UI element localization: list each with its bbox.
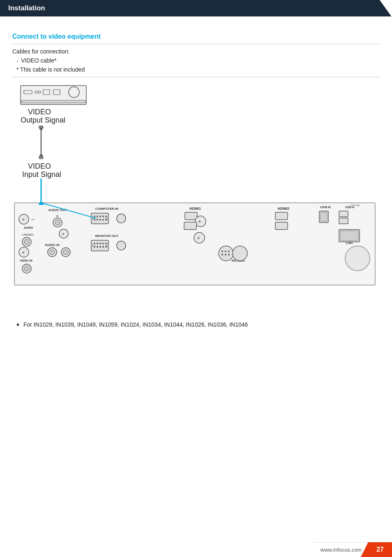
bullet-text-1: VIDEO cable* — [21, 57, 56, 64]
svg-point-56 — [94, 243, 95, 244]
svg-point-41 — [94, 216, 95, 217]
svg-point-68 — [117, 241, 126, 250]
svg-text:+: + — [62, 231, 65, 237]
svg-text:VIDEO IN: VIDEO IN — [20, 259, 32, 262]
svg-point-62 — [97, 246, 98, 248]
svg-point-81 — [228, 251, 230, 252]
svg-point-64 — [102, 246, 104, 248]
svg-point-33 — [24, 266, 29, 271]
svg-point-45 — [105, 216, 107, 217]
svg-point-22 — [55, 220, 60, 225]
svg-point-66 — [91, 244, 93, 247]
svg-text:R: R — [56, 214, 59, 218]
svg-point-53 — [117, 214, 126, 223]
svg-rect-87 — [275, 212, 288, 220]
svg-rect-40 — [91, 213, 108, 224]
svg-point-84 — [228, 254, 230, 255]
video-output-label-1: VIDEO — [28, 108, 51, 116]
svg-rect-98 — [340, 231, 358, 241]
svg-point-85 — [233, 246, 247, 261]
svg-rect-11 — [40, 155, 42, 156]
svg-point-60 — [105, 243, 107, 244]
footer: www.infocus.com 27 — [0, 542, 392, 557]
svg-rect-71 — [185, 212, 197, 220]
svg-point-57 — [97, 243, 98, 244]
svg-rect-74 — [184, 222, 196, 230]
svg-point-61 — [94, 246, 95, 248]
svg-point-46 — [94, 219, 95, 220]
svg-rect-55 — [91, 240, 108, 251]
svg-text:←: ← — [30, 216, 36, 223]
svg-text:+: + — [22, 249, 25, 255]
diagram-svg: VIDEO Output Signal VIDEO Input Signal — [12, 81, 378, 304]
section-title: Connect to video equipment — [12, 33, 380, 40]
header-bar: Installation — [0, 0, 392, 16]
svg-point-48 — [99, 219, 101, 220]
svg-point-36 — [50, 250, 55, 255]
divider-top — [12, 44, 380, 44]
video-output-label-2: Output Signal — [21, 116, 65, 124]
svg-text:+: + — [198, 218, 201, 225]
page-title: Installation — [8, 4, 45, 12]
svg-point-63 — [99, 246, 101, 248]
svg-text:AUDIO OUT: AUDIO OUT — [48, 208, 67, 212]
svg-rect-91 — [321, 212, 327, 221]
svg-point-58 — [99, 243, 101, 244]
bottom-bullet: • For IN1029, IN1039, IN1049, IN1059, IN… — [16, 321, 380, 329]
svg-text:+: + — [197, 234, 200, 241]
svg-point-82 — [221, 254, 223, 255]
svg-text:HDMI2: HDMI2 — [278, 207, 289, 211]
svg-point-43 — [99, 216, 101, 217]
diagram-container: VIDEO Output Signal VIDEO Input Signal — [12, 81, 380, 305]
video-input-label-2: Input Signal — [22, 170, 61, 179]
svg-point-38 — [63, 250, 68, 255]
svg-point-59 — [102, 243, 104, 244]
svg-point-67 — [106, 244, 109, 247]
svg-rect-94 — [339, 211, 348, 217]
note-text: * This cable is not included — [16, 66, 380, 73]
svg-text:AUDIO IN: AUDIO IN — [45, 243, 60, 247]
svg-point-44 — [102, 216, 104, 217]
svg-text:AUDIO: AUDIO — [24, 226, 33, 229]
svg-text:USB-B: USB-B — [320, 205, 331, 209]
svg-point-42 — [97, 216, 98, 217]
svg-text:HDMI1: HDMI1 — [189, 207, 201, 211]
cables-label: Cables for connection: — [12, 48, 380, 55]
bottom-note-text: For IN1029, IN1039, IN1049, IN1059, IN10… — [23, 321, 248, 328]
svg-point-28 — [24, 239, 29, 244]
svg-point-78 — [219, 246, 233, 261]
svg-rect-7 — [21, 100, 85, 103]
svg-point-49 — [102, 219, 104, 220]
svg-point-52 — [106, 217, 109, 220]
bottom-bullet-dot: • — [16, 320, 19, 329]
svg-point-47 — [97, 219, 98, 220]
footer-url: www.infocus.com — [314, 542, 368, 557]
bullet-dot-1: · — [16, 57, 18, 65]
svg-rect-88 — [275, 222, 288, 230]
svg-text:MONITOR OUT: MONITOR OUT — [95, 234, 119, 238]
video-input-label-1: VIDEO — [28, 162, 51, 170]
svg-rect-12 — [39, 156, 43, 159]
footer-right: www.infocus.com 27 — [314, 542, 392, 557]
bullet-video-cable: · VIDEO cable* — [16, 57, 380, 65]
svg-rect-95 — [339, 218, 348, 224]
footer-page-number: 27 — [368, 542, 392, 557]
divider-bottom — [12, 77, 380, 77]
main-content: Connect to video equipment Cables for co… — [0, 16, 392, 362]
svg-rect-9 — [40, 128, 42, 130]
svg-text:COMPUTER IN: COMPUTER IN — [95, 207, 118, 211]
svg-point-79 — [221, 251, 223, 252]
svg-point-83 — [225, 254, 226, 255]
svg-text:5V/1.5A: 5V/1.5A — [351, 204, 360, 207]
svg-text:+: + — [22, 216, 25, 223]
svg-text:L/MONO: L/MONO — [22, 233, 34, 236]
svg-point-99 — [345, 246, 370, 271]
svg-point-80 — [225, 251, 226, 252]
bottom-section: • For IN1029, IN1039, IN1049, IN1059, IN… — [12, 321, 380, 329]
